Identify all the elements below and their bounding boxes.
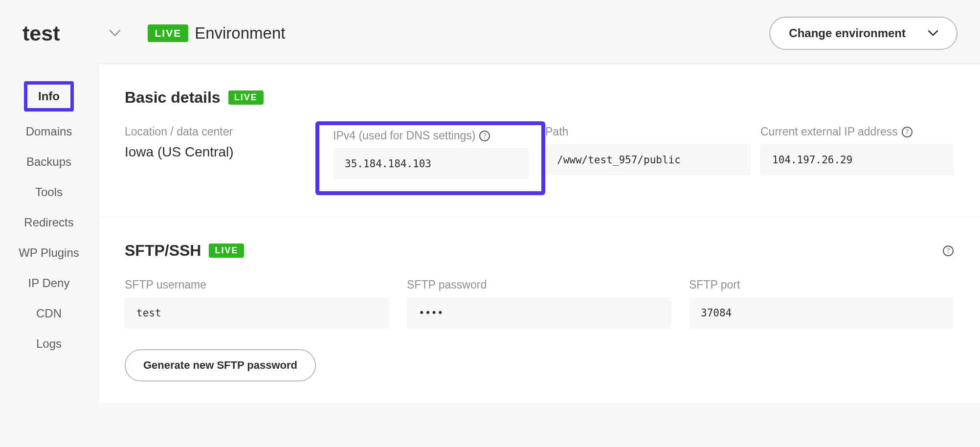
sftp-username-label: SFTP username <box>125 278 389 291</box>
external-ip-value[interactable]: 104.197.26.29 <box>760 144 954 176</box>
sftp-username-value[interactable]: test <box>125 297 389 329</box>
sftp-username-cell: SFTP username test <box>125 278 389 329</box>
sidebar-item-logs[interactable]: Logs <box>10 330 88 358</box>
generate-sftp-password-button[interactable]: Generate new SFTP password <box>125 349 316 381</box>
location-cell: Location / data center Iowa (US Central) <box>125 125 315 160</box>
path-cell: Path /www/test_957/public <box>545 125 760 176</box>
sftp-port-label: SFTP port <box>689 278 954 291</box>
change-environment-button[interactable]: Change environment <box>769 17 958 50</box>
change-environment-label: Change environment <box>789 26 906 40</box>
external-ip-label: Current external IP address <box>760 125 898 138</box>
ipv4-label: IPv4 (used for DNS settings) <box>333 129 475 142</box>
sidebar: Info Domains Backups Tools Redirects WP … <box>0 64 98 403</box>
sftp-help-icon[interactable]: ? <box>943 246 954 256</box>
sftp-title: SFTP/SSH <box>125 242 201 260</box>
ipv4-help-icon[interactable]: ? <box>479 131 490 141</box>
basic-details-section: Basic details LIVE Location / data cente… <box>98 64 980 217</box>
sftp-password-value[interactable]: •••• <box>407 297 671 329</box>
path-label: Path <box>545 125 760 138</box>
sidebar-item-domains[interactable]: Domains <box>10 117 88 146</box>
sidebar-item-ip-deny[interactable]: IP Deny <box>10 269 88 297</box>
path-value[interactable]: /www/test_957/public <box>545 144 751 176</box>
basic-details-badge: LIVE <box>228 90 264 105</box>
sidebar-item-cdn[interactable]: CDN <box>10 299 88 328</box>
location-label: Location / data center <box>125 125 315 138</box>
sftp-password-cell: SFTP password •••• <box>407 278 671 329</box>
sidebar-item-info[interactable]: Info <box>24 81 74 112</box>
environment-badge: LIVE <box>148 24 188 42</box>
main-panel: Basic details LIVE Location / data cente… <box>98 64 980 403</box>
sidebar-item-tools[interactable]: Tools <box>10 178 88 206</box>
environment-title: Environment <box>195 24 285 43</box>
external-ip-help-icon[interactable]: ? <box>902 127 913 137</box>
site-name: test <box>22 22 60 45</box>
site-dropdown-chevron-icon[interactable] <box>110 30 120 37</box>
sidebar-item-wp-plugins[interactable]: WP Plugins <box>10 239 88 267</box>
external-ip-cell: Current external IP address ? 104.197.26… <box>760 125 954 176</box>
sftp-password-label: SFTP password <box>407 278 671 291</box>
sidebar-item-redirects[interactable]: Redirects <box>10 208 88 237</box>
sidebar-item-backups[interactable]: Backups <box>10 148 88 176</box>
sftp-port-value[interactable]: 37084 <box>689 297 954 329</box>
location-value: Iowa (US Central) <box>125 144 315 160</box>
sftp-port-cell: SFTP port 37084 <box>689 278 954 329</box>
sftp-section: SFTP/SSH LIVE ? SFTP username test SFTP … <box>98 217 980 403</box>
ipv4-value[interactable]: 35.184.184.103 <box>333 148 529 179</box>
sftp-badge: LIVE <box>209 244 244 258</box>
basic-details-title: Basic details <box>125 89 221 107</box>
ipv4-highlight-box: IPv4 (used for DNS settings) ? 35.184.18… <box>315 121 545 195</box>
page-header: test LIVE Environment Change environment <box>0 0 980 64</box>
chevron-down-icon <box>928 30 938 36</box>
